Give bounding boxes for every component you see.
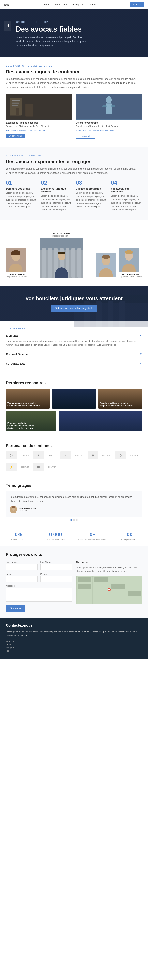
testimonial-dot-1[interactable] (70, 519, 72, 521)
hero-section: d JUSTICE ET PROTECTION Des avocats fiab… (0, 9, 148, 57)
partner-3-label: CONTACT (75, 454, 84, 456)
navbar: logo Home About FAQ Pricing Plan Contact… (0, 0, 148, 9)
footer-link-phone[interactable]: Téléphone (6, 646, 142, 649)
svg-rect-64 (111, 584, 125, 589)
svg-rect-65 (128, 591, 141, 596)
lawyers-title: Des avocats expérimentés et engagés (6, 158, 142, 164)
solutions-img2-link[interactable]: Sample text. Click to select the Text El… (76, 130, 115, 132)
service-civil-header[interactable]: Civil Law ∨ (6, 334, 142, 338)
firstname-input[interactable] (6, 564, 38, 570)
svg-rect-31 (58, 251, 65, 255)
nav-cta-button[interactable]: Contact (130, 2, 144, 7)
lastname-input[interactable] (40, 564, 72, 570)
blog-card-2[interactable] (52, 389, 96, 409)
partner-logo-2[interactable]: ▣ (33, 451, 44, 459)
blog-img-2 (52, 389, 96, 409)
service-corporate-title: Corporate Law (6, 362, 25, 365)
svg-rect-10 (106, 103, 112, 114)
nav-about[interactable]: About (54, 3, 60, 6)
blog-card-5[interactable] (59, 411, 142, 431)
service-criminal-header[interactable]: Criminal Defense ∨ (6, 352, 142, 356)
svg-point-53 (12, 506, 15, 508)
team-row: CÉLIA ALMEIDA Responsable de bureau JACK… (6, 232, 142, 278)
service-corporate: Corporate Law ∨ (6, 359, 142, 368)
lawyer-desc-3: Lorem ipsum dolor sit amet, consecetur a… (76, 191, 107, 208)
partner-logo-5[interactable]: ◇ (115, 451, 126, 459)
svg-rect-28 (77, 248, 81, 278)
solutions-section: SOLUTIONS JURIDIQUES EXPERTES Des avocat… (0, 57, 148, 146)
stat-3: 0+ Clients permanents de confiance (74, 527, 111, 546)
hero-title: Des avocats fiables (16, 25, 142, 33)
service-civil-desc: Lorem ipsum dolor sit amet, consecetur a… (6, 339, 142, 347)
solutions-image2: Défendre vos droits Sample text. Click t… (76, 94, 142, 138)
blog-card-4[interactable]: Protégez vos droits En plus de vos droit… (6, 411, 56, 431)
solutions-img1-caption: Excellence juridique assurée (6, 121, 72, 124)
svg-rect-63 (94, 577, 108, 582)
partners-title: Partenaires de confiance (6, 443, 142, 448)
partner-logo-4[interactable]: ◈ (88, 451, 99, 459)
partner-logo-1[interactable]: ◎ (6, 451, 17, 459)
solutions-img1-placeholder (6, 94, 72, 119)
lawyer-col-2: 02 Excellence juridique assurée Lorem ip… (41, 180, 72, 212)
services-tag: NOS SERVICES (6, 328, 142, 329)
nav-contact[interactable]: Contact (88, 3, 96, 6)
blog-card-1[interactable]: Vos partenaires pour la justice En plus … (6, 389, 49, 409)
service-corporate-header[interactable]: Corporate Law ∨ (6, 362, 142, 366)
blog-card-3[interactable]: Solutions juridiques expertes En plus de… (99, 389, 142, 409)
member-role-jack: Directeur des ventes (53, 235, 71, 237)
footer-links: Adresse Email Téléphone Fax (6, 640, 142, 652)
footer-title: Contactez-nous (6, 624, 142, 628)
services-section: NOS SERVICES Civil Law ∨ Lorem ipsum dol… (0, 321, 148, 374)
lawyers-cols: 01 Défendre vos droits Lorem ipsum dolor… (6, 180, 142, 212)
form-submit-button[interactable]: Soumettre (6, 605, 25, 612)
solutions-img2-caption: Défendre vos droits (76, 121, 142, 124)
lawyer-desc-2: Lorem ipsum dolor sit amet, consecetur a… (41, 194, 72, 212)
footer-link-email[interactable]: Email (6, 643, 142, 646)
partner-logo-6[interactable]: ⚡ (6, 463, 17, 471)
testimonial-dot-2[interactable] (73, 519, 75, 521)
team-member-nat: NAT REYNOLDS Expert comptable auditeur (119, 248, 142, 278)
lawyer-desc-1: Lorem ipsum dolor sit amet, consecetur a… (6, 191, 37, 208)
nav-faq[interactable]: FAQ (63, 3, 68, 6)
partners-row: ◎ CONTACT ▣ CONTACT ✦ CONTACT ◈ CONTACT … (6, 451, 142, 471)
partner-4-label: CONTACT (102, 454, 111, 456)
phone-input[interactable] (40, 576, 72, 582)
hero-tag: JUSTICE ET PROTECTION (16, 21, 142, 23)
svg-rect-62 (78, 584, 91, 589)
lawyer-title-1: Défendre vos droits (6, 187, 37, 190)
blog-label-4: Protégez vos droits En plus de vos droit… (8, 422, 34, 430)
service-civil-chevron: ∨ (140, 334, 142, 338)
solutions-img2-btn[interactable]: En savoir plus (76, 134, 95, 138)
blog-img-4: Protégez vos droits En plus de vos droit… (6, 411, 56, 431)
solutions-img1-link[interactable]: Sample text. Click to select the Text El… (6, 130, 45, 132)
testimonials-title: Témoignages (6, 483, 142, 488)
email-input[interactable] (6, 576, 38, 582)
solutions-desc: Lorem ipsum dolor sit amet, consecetur a… (6, 77, 136, 89)
stat-label-2: Réalisations du Client (40, 538, 71, 541)
footer-link-fax[interactable]: Fax (6, 650, 142, 652)
partner-7-label: CONTACT (48, 466, 56, 468)
partner-logo-7[interactable]: ⊞ (33, 463, 44, 471)
nav-logo[interactable]: logo (4, 3, 9, 6)
hero2-cta-button[interactable]: Obtenez une consultation gratuite (51, 305, 97, 312)
svg-rect-27 (72, 248, 75, 278)
message-textarea[interactable] (6, 588, 72, 601)
testimonial-author: NAT REYNOLDS Directeur (10, 506, 138, 513)
nav-pricing[interactable]: Pricing Plan (72, 3, 84, 6)
partner-1-label: CONTACT (21, 454, 29, 456)
testimonial-dot-3[interactable] (76, 519, 78, 521)
nav-home[interactable]: Home (44, 3, 50, 6)
solutions-title: Des avocats dignes de confiance (6, 68, 142, 75)
lawyer-title-4: Vos avocats de confiance (111, 187, 142, 193)
footer-link-address[interactable]: Adresse (6, 640, 142, 643)
service-criminal-title: Criminal Defense (6, 353, 29, 356)
blog-title: Dernières rencontres (6, 380, 142, 385)
lawyer-col-3: 03 Justice et protection Lorem ipsum dol… (76, 180, 107, 212)
lawyer-title-3: Justice et protection (76, 187, 107, 190)
svg-rect-22 (42, 248, 46, 278)
blog-grid: Vos partenaires pour la justice En plus … (6, 389, 142, 409)
form-row-message: Message (6, 585, 72, 602)
svg-rect-19 (11, 253, 20, 255)
partner-logo-3[interactable]: ✦ (60, 451, 71, 459)
solutions-img1-btn[interactable]: En savoir plus (6, 134, 25, 138)
